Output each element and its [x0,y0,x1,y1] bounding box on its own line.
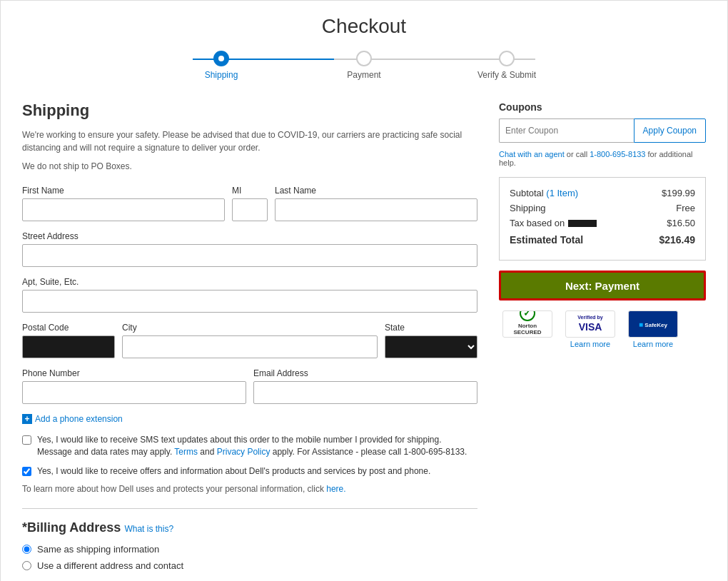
billing-same-radio[interactable] [22,545,31,554]
street-label: Street Address [22,231,477,241]
apply-coupon-button[interactable]: Apply Coupon [634,118,706,143]
subtotal-label: Subtotal (1 Item) [510,188,578,198]
street-group: Street Address [22,231,477,267]
sms-text: Yes, I would like to receive SMS text up… [37,434,477,458]
billing-radio-same: Same as shipping information [22,544,477,555]
offers-checkbox-row: Yes, I would like to receive offers and … [22,465,477,478]
chat-help-text: Chat with an agent or call 1-800-695-813… [499,150,706,167]
first-name-input[interactable] [22,198,225,221]
right-panel: Coupons Apply Coupon Chat with an agent … [499,101,706,577]
billing-title: *Billing Address What is this? [22,520,477,535]
add-extension-label: Add a phone extension [35,414,123,424]
tax-redacted [568,220,597,227]
offers-checkbox[interactable] [22,467,31,476]
name-row: First Name MI Last Name [22,186,477,221]
subtotal-item-link[interactable]: (1 Item) [546,188,578,198]
covid-notice: We're working to ensure your safety. Ple… [22,128,477,154]
last-name-group: Last Name [275,186,477,221]
postal-label: Postal Code [22,323,115,333]
postal-input[interactable] [22,335,115,358]
city-input[interactable] [122,335,378,358]
total-label: Estimated Total [510,234,583,246]
step-verify: Verify & Submit [435,51,578,80]
billing-radio-different: Use a different address and contact [22,560,477,571]
billing-section: *Billing Address What is this? Same as s… [22,520,477,571]
phone-input[interactable] [22,381,246,404]
billing-same-label: Same as shipping information [37,544,159,555]
step-dot-verify [499,51,515,66]
step-shipping: Shipping [150,51,293,80]
email-label: Email Address [253,368,477,378]
page-wrapper: Checkout Shipping Payment Verify & Submi… [0,0,728,581]
norton-text: NortonSECUREDpowered by Verisign [507,323,548,338]
shipping-label: Shipping [510,203,546,213]
apt-input[interactable] [22,290,477,313]
street-input[interactable] [22,244,477,267]
chat-agent-link[interactable]: Chat with an agent [499,150,565,158]
privacy-policy-link[interactable]: Privacy Policy [217,447,271,457]
add-extension-link[interactable]: + Add a phone extension [22,414,477,424]
coupons-label: Coupons [499,101,706,113]
email-input[interactable] [253,381,477,404]
tax-label: Tax based on [510,218,597,228]
page-title: Checkout [22,15,706,38]
next-payment-button[interactable]: Next: Payment [499,271,706,300]
total-row: Estimated Total $216.49 [510,234,695,246]
privacy-text: To learn more about how Dell uses and pr… [22,484,477,494]
offers-text: Yes, I would like to receive offers and … [37,465,430,478]
privacy-here-link[interactable]: here. [326,484,345,494]
what-is-this-link[interactable]: What is this? [124,524,173,534]
mi-input[interactable] [232,198,268,221]
step-label-verify: Verify & Submit [477,70,536,80]
norton-badge-image: ✓ NortonSECUREDpowered by Verisign [502,310,552,338]
shipping-row: Shipping Free [510,203,695,213]
last-name-input[interactable] [275,198,477,221]
plus-icon: + [22,414,32,424]
email-group: Email Address [253,368,477,404]
sms-checkbox[interactable] [22,435,31,445]
last-name-label: Last Name [275,186,477,196]
divider [22,508,477,509]
subtotal-row: Subtotal (1 Item) $199.99 [510,188,695,198]
first-name-group: First Name [22,186,225,221]
mi-label: MI [232,186,268,196]
progress-steps: Shipping Payment Verify & Submit [150,51,578,80]
phone-email-row: Phone Number Email Address [22,368,477,404]
visa-text: Verified byVISA [577,315,602,333]
phone-group: Phone Number [22,368,246,404]
mi-group: MI [232,186,268,221]
shipping-section-title: Shipping [22,101,477,120]
apt-label: Apt, Suite, Etc. [22,277,477,287]
sms-checkbox-row: Yes, I would like to receive SMS text up… [22,434,477,458]
state-select[interactable] [385,335,477,358]
norton-check-icon: ✓ [520,310,535,321]
subtotal-value: $199.99 [662,188,695,198]
billing-different-label: Use a different address and contact [37,560,183,571]
city-group: City [122,323,378,358]
state-label: State [385,323,477,333]
safekey-learn-more-link[interactable]: Learn more [633,340,673,348]
first-name-label: First Name [22,186,225,196]
phone-link[interactable]: 1-800-695-8133 [590,150,645,158]
coupon-input[interactable] [499,118,634,143]
billing-different-radio[interactable] [22,561,31,570]
location-row: Postal Code City State [22,323,477,358]
step-label-shipping: Shipping [205,70,238,80]
norton-badge-item: ✓ NortonSECUREDpowered by Verisign [499,310,556,338]
safekey-badge-image: ■ SafeKey [628,310,678,338]
postal-group: Postal Code [22,323,115,358]
content-area: Shipping We're working to ensure your sa… [22,101,706,577]
po-boxes-text: We do not ship to PO Boxes. [22,161,477,171]
step-payment: Payment [293,51,435,80]
terms-link[interactable]: Terms [174,447,198,457]
security-badges: ✓ NortonSECUREDpowered by Verisign Verif… [499,310,706,348]
total-value: $216.49 [659,234,695,246]
visa-learn-more-link[interactable]: Learn more [570,340,610,348]
progress-bar: Shipping Payment Verify & Submit [22,51,706,80]
shipping-value: Free [676,203,695,213]
visa-badge-image: Verified byVISA [565,310,615,338]
tax-row: Tax based on $16.50 [510,218,695,228]
step-dot-payment [356,51,372,66]
visa-badge-item: Verified byVISA Learn more [562,310,619,348]
left-panel: Shipping We're working to ensure your sa… [22,101,477,577]
